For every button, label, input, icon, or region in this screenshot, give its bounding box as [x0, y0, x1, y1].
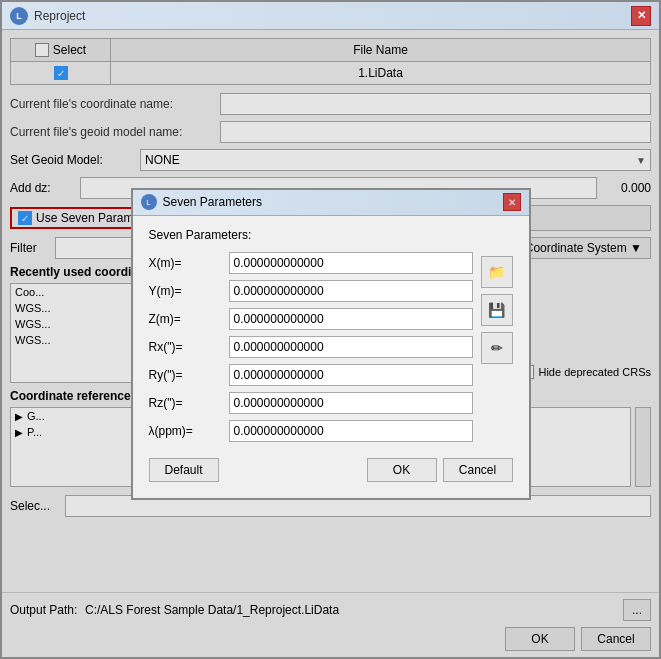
modal-logo: L — [141, 194, 157, 210]
title-bar: L Reproject ✕ — [2, 2, 659, 30]
modal-field-row: Rx(")= — [149, 336, 473, 358]
modal-field-row: Y(m)= — [149, 280, 473, 302]
modal-field-row: λ(ppm)= — [149, 420, 473, 442]
modal-title: Seven Parameters — [163, 195, 503, 209]
modal-ok-button[interactable]: OK — [367, 458, 437, 482]
modal-right-buttons: OK Cancel — [367, 458, 513, 482]
modal-section-title: Seven Parameters: — [149, 228, 513, 242]
modal-field-label: Z(m)= — [149, 312, 229, 326]
modal-field-label: X(m)= — [149, 256, 229, 270]
modal-cancel-button[interactable]: Cancel — [443, 458, 513, 482]
window-close-button[interactable]: ✕ — [631, 6, 651, 26]
main-content: Select File Name 1.LiData — [2, 30, 659, 657]
main-window: L Reproject ✕ Select File Name — [0, 0, 661, 659]
modal-bottom-buttons: Default OK Cancel — [149, 458, 513, 486]
modal-field-label: Y(m)= — [149, 284, 229, 298]
modal-field-label: Ry(")= — [149, 368, 229, 382]
modal-field-input[interactable] — [229, 420, 473, 442]
modal-field-label: Rz(")= — [149, 396, 229, 410]
modal-field-input[interactable] — [229, 392, 473, 414]
modal-field-input[interactable] — [229, 336, 473, 358]
modal-close-button[interactable]: ✕ — [503, 193, 521, 211]
modal-content: Seven Parameters: X(m)=Y(m)=Z(m)=Rx(")=R… — [133, 216, 529, 498]
modal-field-input[interactable] — [229, 252, 473, 274]
modal-fields: X(m)=Y(m)=Z(m)=Rx(")=Ry(")=Rz(")=λ(ppm)= — [149, 252, 473, 448]
modal-field-row: Z(m)= — [149, 308, 473, 330]
seven-params-modal: L Seven Parameters ✕ Seven Parameters: X… — [131, 188, 531, 500]
modal-title-bar: L Seven Parameters ✕ — [133, 190, 529, 216]
modal-field-row: Ry(")= — [149, 364, 473, 386]
folder-icon-button[interactable]: 📁 — [481, 256, 513, 288]
window-title: Reproject — [34, 9, 631, 23]
modal-field-row: X(m)= — [149, 252, 473, 274]
modal-overlay: L Seven Parameters ✕ Seven Parameters: X… — [2, 30, 659, 657]
save-icon-button[interactable]: 💾 — [481, 294, 513, 326]
edit-icon-button[interactable]: ✏ — [481, 332, 513, 364]
modal-field-input[interactable] — [229, 308, 473, 330]
modal-field-label: Rx(")= — [149, 340, 229, 354]
modal-params-area: X(m)=Y(m)=Z(m)=Rx(")=Ry(")=Rz(")=λ(ppm)=… — [149, 252, 513, 448]
modal-field-label: λ(ppm)= — [149, 424, 229, 438]
modal-icon-buttons: 📁 💾 ✏ — [481, 252, 513, 448]
modal-default-button[interactable]: Default — [149, 458, 219, 482]
modal-field-input[interactable] — [229, 280, 473, 302]
modal-field-input[interactable] — [229, 364, 473, 386]
modal-field-row: Rz(")= — [149, 392, 473, 414]
app-logo: L — [10, 7, 28, 25]
